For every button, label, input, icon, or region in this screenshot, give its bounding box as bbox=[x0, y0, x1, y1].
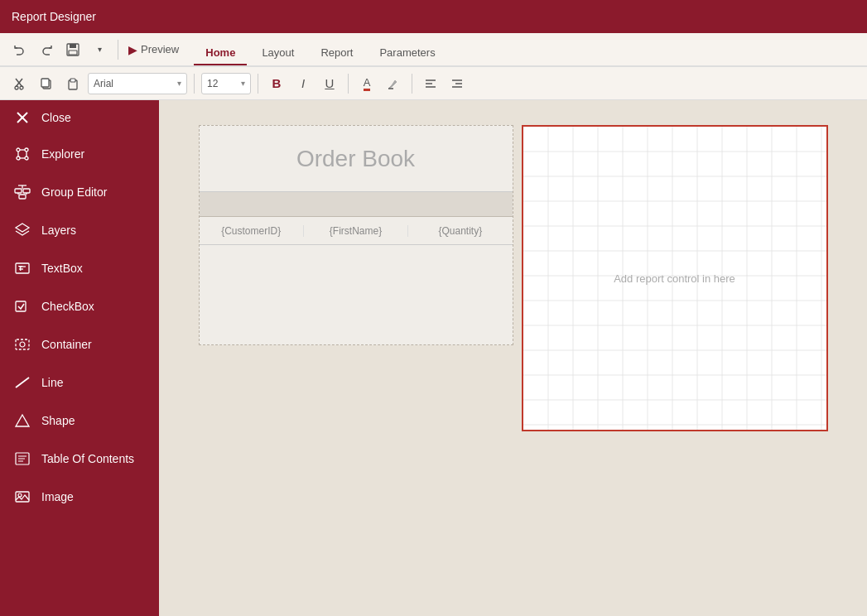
tab-bar: Home Layout Report Parameters bbox=[185, 33, 859, 65]
tab-home[interactable]: Home bbox=[194, 41, 247, 65]
grid-placeholder: Add report control in here bbox=[614, 272, 735, 285]
report-header-row bbox=[200, 192, 513, 217]
svg-point-20 bbox=[17, 148, 20, 152]
font-color-button[interactable]: A bbox=[355, 72, 378, 95]
sidebar-label-image: Image bbox=[41, 490, 74, 503]
report-panel-right[interactable]: Add report control in here bbox=[522, 125, 828, 431]
redo-button[interactable] bbox=[35, 38, 58, 61]
table-of-contents-icon bbox=[13, 450, 31, 468]
save-dropdown-button[interactable]: ▾ bbox=[88, 38, 111, 61]
svg-point-50 bbox=[18, 493, 22, 497]
sidebar-label-explorer: Explorer bbox=[41, 147, 84, 161]
svg-rect-40 bbox=[16, 301, 26, 311]
font-family-dropdown[interactable]: Arial▾ bbox=[88, 73, 187, 94]
svg-rect-28 bbox=[15, 189, 22, 193]
save-button[interactable] bbox=[61, 38, 84, 61]
sidebar-item-checkbox[interactable]: CheckBox bbox=[0, 287, 159, 325]
svg-marker-35 bbox=[16, 224, 29, 232]
svg-point-42 bbox=[20, 342, 25, 347]
separator-1 bbox=[118, 40, 118, 60]
cut-button[interactable] bbox=[8, 72, 31, 95]
svg-point-6 bbox=[20, 86, 23, 89]
sidebar-item-layers[interactable]: Layers bbox=[0, 211, 159, 249]
report-data-row: {CustomerID} {FirstName} {Quantity} bbox=[200, 217, 513, 245]
sidebar-item-shape[interactable]: Shape bbox=[0, 402, 159, 440]
separator-2 bbox=[194, 74, 195, 94]
sidebar-label-layers: Layers bbox=[41, 224, 76, 237]
svg-rect-29 bbox=[23, 189, 30, 193]
shape-icon bbox=[13, 411, 31, 430]
underline-button[interactable]: U bbox=[318, 72, 341, 95]
report-title: Order Book bbox=[296, 146, 415, 172]
svg-point-22 bbox=[17, 156, 20, 160]
svg-line-43 bbox=[16, 378, 29, 387]
explorer-icon bbox=[13, 145, 31, 163]
sidebar-item-group-editor[interactable]: Group Editor bbox=[0, 173, 159, 211]
sidebar-label-textbox: TextBox bbox=[41, 262, 83, 275]
sidebar-item-textbox[interactable]: T TextBox bbox=[0, 249, 159, 287]
svg-rect-10 bbox=[70, 79, 75, 82]
sidebar-label-container: Container bbox=[41, 338, 92, 351]
textbox-icon: T bbox=[13, 259, 31, 277]
sidebar-item-container[interactable]: Container bbox=[0, 325, 159, 363]
report-footer-rows bbox=[200, 245, 513, 344]
italic-button[interactable]: I bbox=[291, 72, 315, 95]
column-firstname: {FirstName} bbox=[304, 225, 408, 237]
align-right-button[interactable] bbox=[446, 72, 469, 95]
sidebar-item-table-of-contents[interactable]: Table Of Contents bbox=[0, 440, 159, 478]
image-icon bbox=[13, 488, 31, 506]
svg-rect-41 bbox=[16, 339, 29, 349]
highlight-button[interactable] bbox=[382, 72, 405, 95]
container-icon bbox=[13, 335, 31, 354]
svg-rect-49 bbox=[16, 492, 29, 502]
report-title-cell: Order Book bbox=[200, 126, 513, 192]
sidebar: Close Explorer Group Editor Layers bbox=[0, 100, 159, 616]
sidebar-label-shape: Shape bbox=[41, 414, 75, 427]
svg-rect-8 bbox=[41, 79, 49, 87]
svg-rect-1 bbox=[70, 44, 76, 48]
preview-button[interactable]: ▶ Preview bbox=[125, 41, 182, 58]
separator-4 bbox=[348, 74, 349, 94]
svg-rect-30 bbox=[19, 195, 26, 199]
sidebar-item-explorer[interactable]: Explorer bbox=[0, 135, 159, 173]
group-editor-icon bbox=[13, 183, 31, 201]
sidebar-label-line: Line bbox=[41, 376, 63, 389]
line-icon bbox=[13, 373, 31, 392]
layers-icon bbox=[13, 221, 31, 239]
ribbon-toolbar: ▾ ▶ Preview Home Layout Report Parameter… bbox=[0, 33, 867, 66]
grid-canvas: Add report control in here bbox=[523, 127, 826, 430]
canvas-inner: Order Book {CustomerID} {FirstName} {Qua… bbox=[199, 125, 828, 591]
copy-button[interactable] bbox=[35, 72, 58, 95]
font-size-dropdown[interactable]: 12▾ bbox=[201, 73, 251, 94]
sidebar-item-line[interactable]: Line bbox=[0, 363, 159, 402]
main-area: Close Explorer Group Editor Layers bbox=[0, 100, 867, 616]
canvas-area: Order Book {CustomerID} {FirstName} {Qua… bbox=[159, 100, 867, 616]
separator-5 bbox=[412, 74, 412, 94]
checkbox-icon bbox=[13, 297, 31, 315]
sidebar-item-image[interactable]: Image bbox=[0, 478, 159, 516]
top-bar: Report Designer bbox=[0, 0, 867, 33]
close-button[interactable]: Close bbox=[0, 100, 159, 135]
separator-3 bbox=[258, 74, 258, 94]
ribbon-format: Arial▾ 12▾ B I U A bbox=[0, 66, 867, 99]
undo-button[interactable] bbox=[8, 38, 31, 61]
tabs-container: Home Layout Report Parameters bbox=[194, 33, 450, 65]
svg-point-5 bbox=[15, 86, 18, 89]
paste-button[interactable] bbox=[61, 72, 84, 95]
tab-report[interactable]: Report bbox=[309, 41, 364, 65]
tab-parameters[interactable]: Parameters bbox=[368, 41, 446, 65]
sidebar-label-table-of-contents: Table Of Contents bbox=[41, 452, 134, 465]
close-icon bbox=[13, 108, 31, 127]
column-quantity: {Quantity} bbox=[408, 225, 512, 237]
ribbon: ▾ ▶ Preview Home Layout Report Parameter… bbox=[0, 33, 867, 100]
column-customerid: {CustomerID} bbox=[200, 225, 304, 237]
close-label: Close bbox=[41, 111, 71, 124]
report-panel-left: Order Book {CustomerID} {FirstName} {Qua… bbox=[199, 125, 513, 345]
sidebar-label-group-editor: Group Editor bbox=[41, 185, 107, 199]
app-title: Report Designer bbox=[12, 10, 96, 23]
align-left-button[interactable] bbox=[419, 72, 442, 95]
tab-layout[interactable]: Layout bbox=[250, 41, 306, 65]
bold-button[interactable]: B bbox=[265, 72, 288, 95]
svg-text:T: T bbox=[18, 264, 23, 272]
svg-point-21 bbox=[25, 148, 28, 152]
